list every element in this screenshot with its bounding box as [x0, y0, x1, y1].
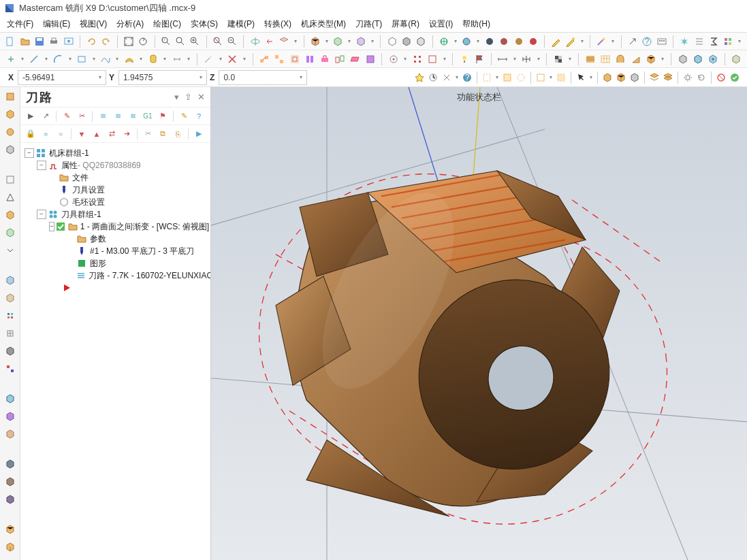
vt18-icon[interactable]: [3, 457, 17, 471]
collapse-icon[interactable]: −: [49, 222, 54, 231]
solid2-icon[interactable]: [614, 71, 628, 84]
xform5-icon[interactable]: [318, 52, 331, 66]
zoom-out-icon[interactable]: [226, 35, 238, 48]
chevron-down-icon[interactable]: ▾: [300, 74, 302, 80]
open-file-icon[interactable]: [18, 35, 31, 48]
fx-cube-icon[interactable]: [691, 52, 704, 66]
ptb-copy-icon[interactable]: ⧉: [157, 128, 169, 140]
sel5-icon[interactable]: [554, 71, 568, 84]
arc-icon[interactable]: [52, 52, 65, 66]
xform6-icon[interactable]: [334, 52, 347, 66]
ptb-wave1-icon[interactable]: ≋: [97, 110, 109, 122]
menu-screen[interactable]: 屏幕(R): [392, 18, 419, 30]
chevron-down-icon[interactable]: ▾: [200, 74, 202, 80]
tree-op[interactable]: − 1 - 两曲面之间渐变 - [WCS: 俯视图]: [23, 220, 208, 233]
accept-icon[interactable]: [728, 71, 742, 84]
menu-toolpath[interactable]: 刀路(T): [355, 18, 382, 30]
spline-icon[interactable]: [99, 52, 112, 66]
ptb-flag-icon[interactable]: ⚑: [157, 110, 169, 122]
xform7-icon[interactable]: [349, 52, 362, 66]
rect-icon[interactable]: [76, 52, 89, 66]
checker-icon[interactable]: [552, 52, 565, 66]
snap3-icon[interactable]: [426, 52, 439, 66]
vt1-icon[interactable]: [3, 90, 17, 103]
vt2-icon[interactable]: [3, 108, 17, 121]
ptb-tool2-icon[interactable]: ✂: [76, 110, 88, 122]
z-input[interactable]: 0.0▾: [219, 70, 307, 85]
dropdown-icon[interactable]: ▾: [454, 71, 460, 84]
menu-settings[interactable]: 设置(I): [429, 18, 453, 30]
panel-pin-icon[interactable]: ⇧: [185, 92, 192, 102]
refresh-icon[interactable]: [695, 71, 708, 84]
dynamic-rotate-icon[interactable]: [249, 35, 261, 48]
cube3-icon[interactable]: [415, 35, 427, 48]
sphere-icon[interactable]: [460, 35, 473, 48]
dropdown-icon[interactable]: ▾: [588, 71, 594, 84]
xform1-icon[interactable]: [258, 52, 271, 66]
ptb-arrow-icon[interactable]: ↗: [39, 110, 52, 122]
tree-stock[interactable]: 毛坯设置: [23, 196, 208, 208]
xform3-icon[interactable]: [288, 52, 301, 66]
dropdown-icon[interactable]: ▾: [43, 52, 50, 66]
panel-menu-icon[interactable]: ▾: [174, 92, 179, 102]
dropdown-icon[interactable]: ▾: [475, 35, 481, 48]
ptb-down-icon[interactable]: ▼: [76, 128, 88, 140]
snap1-icon[interactable]: [387, 52, 400, 66]
vt20-icon[interactable]: [3, 493, 17, 506]
shade2-icon[interactable]: [498, 35, 510, 48]
wand-icon[interactable]: [595, 35, 607, 48]
dropdown-icon[interactable]: ▾: [567, 52, 574, 66]
ptb-next-icon[interactable]: ▶: [193, 128, 205, 140]
vt16-icon[interactable]: [3, 410, 17, 423]
dropdown-icon[interactable]: ▾: [579, 35, 585, 48]
ptb-select-icon[interactable]: ▶: [25, 110, 37, 122]
dropdown-icon[interactable]: ▾: [737, 35, 743, 48]
ptb-g1-label[interactable]: G1: [142, 110, 154, 122]
tree-properties[interactable]: − 属性 - QQ2678038869: [23, 159, 208, 171]
sel3-icon[interactable]: [514, 71, 528, 84]
menu-solid[interactable]: 实体(S): [191, 18, 218, 30]
tree-root[interactable]: − 机床群组-1: [23, 147, 208, 159]
fit-icon[interactable]: [123, 35, 135, 48]
dropdown-icon[interactable]: ▾: [161, 52, 168, 66]
viewport[interactable]: 功能状态栏: [211, 87, 747, 560]
flag-icon[interactable]: [473, 52, 486, 66]
menu-draw[interactable]: 绘图(C): [153, 18, 181, 30]
shade1-icon[interactable]: [483, 35, 496, 48]
dropdown-icon[interactable]: ▾: [402, 52, 409, 66]
vt-arrow-icon[interactable]: [3, 244, 17, 257]
dropdown-icon[interactable]: ▾: [535, 52, 542, 66]
dropdown-icon[interactable]: ▾: [452, 35, 458, 48]
box3d-icon[interactable]: [644, 52, 657, 66]
x-input[interactable]: -5.96491▾: [18, 70, 106, 85]
list-icon[interactable]: [693, 35, 705, 48]
screenshot-icon[interactable]: [63, 35, 75, 48]
dropdown-icon[interactable]: ▾: [19, 52, 26, 66]
dropdown-icon[interactable]: ▾: [241, 52, 248, 66]
ptr-icon[interactable]: [574, 71, 588, 84]
unzoom-icon[interactable]: [212, 35, 224, 48]
dropdown-icon[interactable]: ▾: [441, 52, 448, 66]
ptb-right-icon[interactable]: ➜: [121, 128, 133, 140]
pencil-icon[interactable]: [550, 35, 562, 48]
grid-icon[interactable]: [722, 35, 734, 48]
globe-icon[interactable]: [438, 35, 450, 48]
save-icon[interactable]: [33, 35, 46, 48]
vt12-icon[interactable]: [3, 327, 17, 340]
dropdown-icon[interactable]: ▾: [369, 35, 375, 48]
vt10-icon[interactable]: [3, 291, 17, 305]
stripe-icon[interactable]: [584, 52, 597, 66]
toolbar-a-icon[interactable]: [656, 35, 668, 48]
deny-icon[interactable]: [714, 71, 728, 84]
tree-tool[interactable]: #1 - M3.00 平底刀 - 3 平底刀: [23, 245, 208, 257]
point-icon[interactable]: [4, 52, 17, 66]
new-file-icon[interactable]: [4, 35, 16, 48]
zoom-selection-icon[interactable]: [159, 35, 172, 48]
edit-icon[interactable]: [565, 35, 577, 48]
dropdown-icon[interactable]: ▾: [138, 52, 145, 66]
zoom-in-icon[interactable]: [189, 35, 201, 48]
menu-file[interactable]: 文件(F): [7, 18, 33, 30]
menu-machine[interactable]: 机床类型(M): [301, 18, 346, 30]
vt21-icon[interactable]: [3, 523, 17, 536]
line-icon[interactable]: [28, 52, 41, 66]
